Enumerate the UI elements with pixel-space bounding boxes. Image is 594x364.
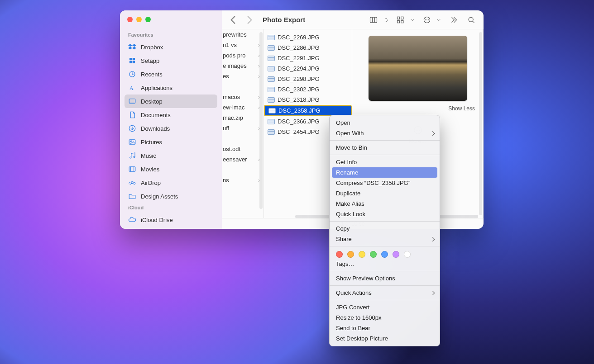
menu-item-make-alias[interactable]: Make Alias <box>330 199 440 209</box>
sidebar-item-documents[interactable]: Documents <box>125 108 217 122</box>
list-item[interactable]: uff› <box>222 123 263 133</box>
minimize-button[interactable] <box>136 17 142 22</box>
list-item[interactable]: ew-imac› <box>222 102 263 113</box>
sidebar-item-airdrop[interactable]: AirDrop <box>125 176 217 189</box>
menu-item-compress-dsc-2358-jpg[interactable]: Compress “DSC_2358.JPG” <box>330 178 440 188</box>
tag-dot-r[interactable] <box>336 251 343 258</box>
sidebar-section-title: iCloud <box>125 203 217 213</box>
nav-forward-button[interactable] <box>244 14 255 26</box>
menu-item-quick-look[interactable]: Quick Look <box>330 209 440 219</box>
scrollbar[interactable] <box>479 32 482 215</box>
menu-item-get-info[interactable]: Get Info <box>330 157 440 167</box>
sidebar-item-recents[interactable]: Recents <box>125 67 217 81</box>
tag-dot-n[interactable] <box>404 251 411 258</box>
tag-dot-g[interactable] <box>370 251 377 258</box>
item-label: n1 vs <box>223 42 237 48</box>
fullscreen-button[interactable] <box>145 17 151 22</box>
jpg-file-icon <box>268 119 275 124</box>
file-row[interactable]: DSC_2291.JPG <box>264 53 352 63</box>
tag-color-row <box>330 248 440 259</box>
sidebar-item-label: AirDrop <box>141 180 161 186</box>
menu-item-duplicate[interactable]: Duplicate <box>330 188 440 199</box>
menu-item-label: Open <box>336 119 350 126</box>
tag-dot-o[interactable] <box>347 251 354 258</box>
item-label: prewrites <box>223 31 247 38</box>
sidebar-item-setapp[interactable]: Setapp <box>125 54 217 67</box>
menu-item-send-to-bear[interactable]: Send to Bear <box>330 323 440 333</box>
sidebar-item-dropbox[interactable]: Dropbox <box>125 40 217 54</box>
menu-item-open[interactable]: Open <box>330 118 440 128</box>
close-button[interactable] <box>127 17 133 22</box>
menu-item-open-with[interactable]: Open With <box>330 128 440 138</box>
menu-divider <box>330 300 440 300</box>
list-item[interactable]: eensaver› <box>222 154 263 165</box>
menu-item-copy[interactable]: Copy <box>330 223 440 234</box>
tag-dot-b[interactable] <box>381 251 388 258</box>
overflow-button[interactable] <box>446 14 460 26</box>
svg-rect-21 <box>370 17 377 23</box>
file-row[interactable]: DSC_2269.JPG <box>264 32 352 43</box>
list-item[interactable]: macos› <box>222 92 263 102</box>
column-1[interactable]: prewritesn1 vs›pods pro›e images›es›maco… <box>222 29 264 218</box>
view-columns-button[interactable] <box>367 14 380 26</box>
menu-item-jpg-convert[interactable]: JPG Convert <box>330 302 440 312</box>
tag-dot-y[interactable] <box>359 251 365 258</box>
menu-divider <box>330 285 440 286</box>
svg-rect-6 <box>129 61 132 63</box>
jpg-file-icon <box>268 97 275 103</box>
list-item[interactable] <box>222 133 263 144</box>
menu-item-rename[interactable]: Rename <box>332 167 437 178</box>
svg-rect-10 <box>129 99 135 103</box>
sidebar-item-downloads[interactable]: Downloads <box>125 122 217 135</box>
menu-item-share[interactable]: Share <box>330 234 440 244</box>
file-row[interactable]: DSC_2286.JPG <box>264 43 352 53</box>
menu-item-set-desktop-picture[interactable]: Set Desktop Picture <box>330 333 440 344</box>
file-row[interactable]: DSC_2294.JPG <box>264 63 352 74</box>
preview-thumbnail[interactable] <box>369 36 467 101</box>
menu-item-resize-to-1600px[interactable]: Resize to 1600px <box>330 312 440 323</box>
action-menu-button[interactable] <box>420 14 434 26</box>
svg-point-32 <box>469 17 473 22</box>
tag-dot-p[interactable] <box>393 251 399 258</box>
list-item[interactable] <box>222 165 263 175</box>
group-by-button[interactable] <box>394 14 407 26</box>
list-item[interactable]: prewrites <box>222 29 263 40</box>
nav-back-button[interactable] <box>227 14 239 26</box>
sidebar-item-icloud-drive[interactable]: iCloud Drive <box>125 213 217 227</box>
sidebar-item-applications[interactable]: AApplications <box>125 81 217 95</box>
list-item[interactable]: n1 vs› <box>222 40 263 50</box>
file-row[interactable]: DSC_2302.JPG <box>264 84 352 95</box>
list-item[interactable] <box>222 81 263 92</box>
list-item[interactable]: ns› <box>222 175 263 185</box>
list-item[interactable]: es› <box>222 71 263 81</box>
list-item[interactable]: pods pro› <box>222 50 263 61</box>
search-button[interactable] <box>465 14 478 26</box>
sidebar-item-pictures[interactable]: Pictures <box>125 135 217 149</box>
show-less-button[interactable]: Show Less <box>360 105 475 112</box>
sidebar-item-music[interactable]: Music <box>125 149 217 162</box>
list-item[interactable]: ost.odt <box>222 144 263 154</box>
sidebar-item-design-assets[interactable]: Design Assets <box>125 189 217 203</box>
chevron-down-icon[interactable] <box>409 14 416 26</box>
menu-item-label: Quick Look <box>336 211 365 217</box>
menu-item-tags[interactable]: Tags… <box>330 259 440 269</box>
menu-item-quick-actions[interactable]: Quick Actions <box>330 288 440 298</box>
menu-item-show-preview-options[interactable]: Show Preview Options <box>330 273 440 284</box>
list-item[interactable]: e images› <box>222 61 263 71</box>
context-menu[interactable]: OpenOpen WithMove to BinGet InfoRenameCo… <box>329 115 440 346</box>
file-row[interactable]: DSC_2298.JPG <box>264 74 352 84</box>
chevron-down-icon[interactable] <box>436 14 442 26</box>
list-item[interactable]: mac.zip <box>222 113 263 123</box>
sidebar-item-label: Dropbox <box>141 44 163 51</box>
sidebar-item-desktop[interactable]: Desktop <box>125 95 217 108</box>
menu-item-move-to-bin[interactable]: Move to Bin <box>330 142 440 153</box>
sidebar-item-movies[interactable]: Movies <box>125 162 217 176</box>
scrollbar[interactable] <box>259 32 263 209</box>
item-label: macos <box>223 94 240 100</box>
menu-divider <box>330 271 440 271</box>
view-updown-icon[interactable] <box>383 14 389 26</box>
svg-rect-25 <box>398 20 400 23</box>
file-row[interactable]: DSC_2318.JPG <box>264 95 352 105</box>
file-name: DSC_2302.JPG <box>278 86 320 93</box>
menu-item-label: Resize to 1600px <box>336 314 381 321</box>
